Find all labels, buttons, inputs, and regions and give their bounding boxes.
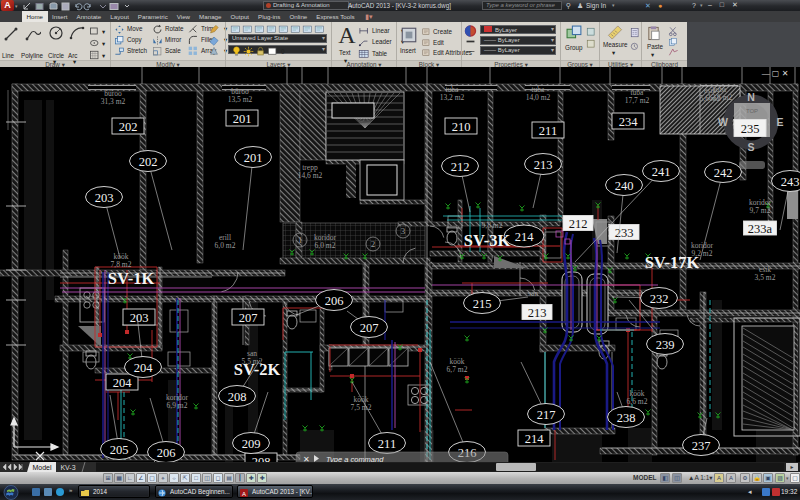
svg-text:6,6 m2: 6,6 m2 bbox=[627, 397, 648, 406]
svg-text:235: 235 bbox=[741, 122, 760, 136]
svg-text:211: 211 bbox=[539, 124, 557, 138]
svg-text:214: 214 bbox=[515, 230, 535, 244]
svg-text:201: 201 bbox=[233, 112, 252, 126]
svg-text:6,0 m2: 6,0 m2 bbox=[315, 241, 336, 250]
svg-text:206: 206 bbox=[325, 294, 344, 308]
svg-text:240: 240 bbox=[615, 179, 634, 193]
svg-text:208: 208 bbox=[252, 455, 271, 463]
svg-text:201: 201 bbox=[244, 151, 263, 165]
svg-text:208: 208 bbox=[228, 390, 247, 404]
svg-text:239: 239 bbox=[656, 338, 675, 352]
svg-text:204: 204 bbox=[134, 361, 154, 375]
svg-text:238: 238 bbox=[617, 411, 636, 425]
svg-text:209: 209 bbox=[242, 437, 261, 451]
svg-text:243: 243 bbox=[781, 175, 800, 189]
svg-text:215: 215 bbox=[473, 297, 492, 311]
svg-text:13,5 m2: 13,5 m2 bbox=[228, 95, 253, 104]
svg-text:213: 213 bbox=[534, 158, 553, 172]
svg-text:17,7 m2: 17,7 m2 bbox=[625, 96, 650, 105]
svg-text:202: 202 bbox=[119, 120, 138, 134]
svg-text:234: 234 bbox=[619, 115, 639, 129]
svg-text:6,7 m2: 6,7 m2 bbox=[447, 365, 468, 374]
svg-text:2: 2 bbox=[371, 239, 376, 249]
svg-text:241: 241 bbox=[652, 165, 671, 179]
svg-text:205: 205 bbox=[110, 443, 129, 457]
svg-text:212: 212 bbox=[569, 217, 588, 231]
svg-text:9,8 m2: 9,8 m2 bbox=[482, 221, 503, 230]
svg-text:232: 232 bbox=[650, 292, 669, 306]
svg-text:233a: 233a bbox=[748, 222, 773, 236]
svg-text:san: san bbox=[528, 289, 538, 298]
svg-text:217: 217 bbox=[537, 408, 556, 422]
svg-text:31,3 m2: 31,3 m2 bbox=[101, 97, 126, 106]
svg-text:233: 233 bbox=[615, 226, 634, 240]
svg-text:N: N bbox=[747, 91, 755, 103]
svg-text:3: 3 bbox=[401, 226, 406, 236]
svg-text:1: 1 bbox=[298, 235, 303, 245]
svg-text:212: 212 bbox=[451, 160, 470, 174]
svg-text:5,5 m2: 5,5 m2 bbox=[242, 357, 263, 366]
svg-text:E: E bbox=[776, 116, 783, 128]
svg-text:6,0 m2: 6,0 m2 bbox=[215, 241, 236, 250]
svg-text:A: A bbox=[242, 490, 246, 496]
svg-text:7,5 m2: 7,5 m2 bbox=[351, 403, 372, 412]
svg-text:SV-1K: SV-1K bbox=[108, 269, 155, 288]
svg-text:207: 207 bbox=[239, 311, 258, 325]
svg-text:SV-3K: SV-3K bbox=[464, 231, 511, 250]
svg-text:203: 203 bbox=[130, 311, 149, 325]
svg-text:S: S bbox=[747, 141, 754, 153]
svg-text:✕: ✕ bbox=[303, 455, 310, 462]
svg-text:214: 214 bbox=[525, 432, 545, 446]
svg-text:TOP: TOP bbox=[746, 108, 758, 114]
svg-text:210: 210 bbox=[452, 120, 471, 134]
svg-text:9,7 m2: 9,7 m2 bbox=[750, 206, 771, 215]
svg-text:211: 211 bbox=[378, 437, 396, 451]
svg-text:213: 213 bbox=[528, 306, 547, 320]
svg-text:202: 202 bbox=[139, 155, 158, 169]
svg-text:237: 237 bbox=[692, 439, 711, 453]
svg-text:14,0 m2: 14,0 m2 bbox=[526, 93, 551, 102]
svg-text:206: 206 bbox=[157, 446, 176, 460]
svg-text:13,2 m2: 13,2 m2 bbox=[440, 93, 465, 102]
svg-text:Type a command: Type a command bbox=[326, 455, 384, 462]
svg-text:5,6 m2: 5,6 m2 bbox=[700, 94, 721, 103]
svg-text:— ▢ ✕: — ▢ ✕ bbox=[762, 69, 789, 78]
svg-text:9,2 m2: 9,2 m2 bbox=[692, 249, 713, 258]
svg-text:242: 242 bbox=[714, 166, 733, 180]
svg-text:204: 204 bbox=[113, 376, 133, 390]
svg-text:6,9 m2: 6,9 m2 bbox=[167, 401, 188, 410]
svg-text:3,5 m2: 3,5 m2 bbox=[755, 273, 776, 282]
svg-text:7,8 m2: 7,8 m2 bbox=[111, 260, 132, 269]
svg-text:203: 203 bbox=[95, 191, 114, 205]
svg-text:W: W bbox=[718, 116, 728, 128]
svg-text:14,6 m2: 14,6 m2 bbox=[298, 171, 323, 180]
svg-text:207: 207 bbox=[360, 321, 379, 335]
svg-text:Model: Model bbox=[32, 464, 52, 471]
svg-text:KV-3: KV-3 bbox=[60, 464, 75, 471]
